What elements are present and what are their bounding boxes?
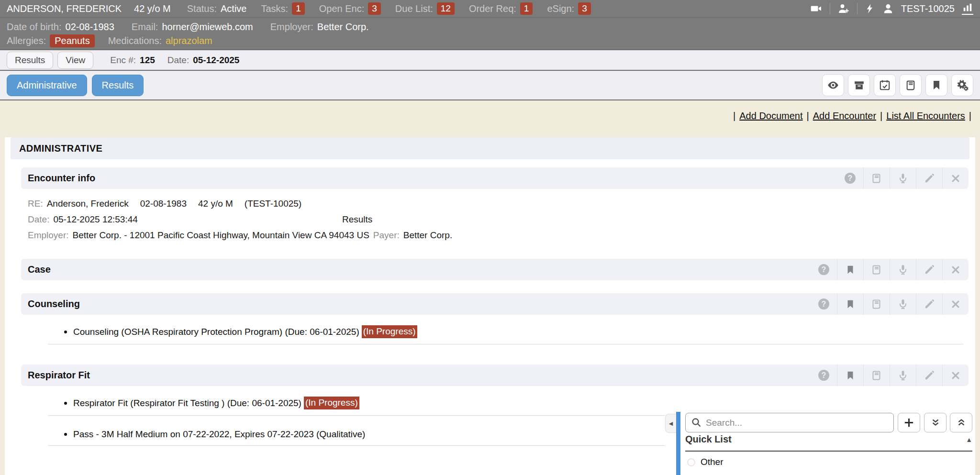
link-separator: | [807, 110, 809, 122]
tasks-counter[interactable]: Tasks: 1 [261, 2, 304, 15]
counseling-section: Counseling ? Counseling (OSHA Respirator… [21, 293, 969, 344]
results-button[interactable]: Results [92, 75, 144, 96]
patient-age-sex: 42 y/o M [134, 3, 171, 14]
encounter-info-body: RE: Anderson, Frederick 02-08-1983 42 y/… [21, 189, 969, 243]
respirator-fit-item-text: Respirator Fit (Respirator Fit Testing )… [73, 398, 301, 409]
close-icon[interactable] [942, 293, 969, 315]
esign-label: eSign: [547, 3, 574, 14]
patient-banner-row3: Allergies: Peanuts Medications: alprazol… [0, 34, 980, 49]
email-label: Email: [132, 22, 158, 33]
help-icon[interactable]: ? [837, 167, 863, 189]
due-list-count-badge[interactable]: 12 [437, 2, 455, 15]
microphone-icon[interactable] [890, 365, 916, 386]
radio-button[interactable] [687, 458, 695, 466]
payer-label: Payer: [373, 230, 400, 241]
order-req-counter[interactable]: Order Req: 1 [469, 2, 533, 15]
counseling-actions: ? [811, 293, 969, 315]
search-icon [690, 417, 702, 428]
bookmark-icon[interactable] [837, 365, 863, 386]
close-icon[interactable] [942, 167, 969, 189]
bookmark-icon[interactable] [837, 259, 863, 280]
tab-results[interactable]: Results [7, 52, 53, 69]
add-icon[interactable] [898, 413, 920, 432]
microphone-icon[interactable] [890, 259, 916, 280]
book-icon[interactable] [863, 293, 890, 315]
pencil-icon[interactable] [916, 365, 942, 386]
help-icon[interactable]: ? [811, 259, 837, 280]
open-enc-counter[interactable]: Open Enc: 3 [319, 2, 381, 15]
pencil-icon[interactable] [916, 293, 942, 315]
case-section: Case ? [21, 259, 969, 280]
calendar-check-icon[interactable] [874, 74, 896, 96]
triangle-up-icon[interactable]: ▲ [966, 436, 972, 443]
bookmark-icon[interactable] [925, 74, 947, 96]
add-document-link[interactable]: Add Document [739, 110, 802, 122]
case-title: Case [28, 264, 51, 275]
pencil-icon[interactable] [916, 167, 942, 189]
panel-divider-bar[interactable] [676, 412, 680, 475]
close-icon[interactable] [942, 259, 969, 280]
bookmark-icon[interactable] [837, 293, 863, 315]
encounter-content-panel: ADMINISTRATIVE Encounter info ? RE: Ande… [5, 137, 975, 475]
book-icon[interactable] [863, 167, 890, 189]
respirator-fit-result-text: Pass - 3M Half Medium on 07-22-2022, Exp… [73, 429, 365, 440]
employer-label: Employer: [28, 230, 69, 241]
counseling-item[interactable]: Counseling (OSHA Respiratory Protection … [64, 325, 969, 338]
person-icon[interactable] [882, 3, 894, 14]
in-progress-badge: (In Progress) [304, 397, 359, 409]
person-add-icon[interactable] [837, 3, 850, 14]
pencil-icon[interactable] [916, 259, 942, 280]
allergy-badge[interactable]: Peanuts [50, 34, 94, 47]
enc-date-value: 05-12-2025 [193, 55, 239, 66]
employer-value: Better Corp. - 12001 Pacific Coast Highw… [73, 230, 369, 241]
due-list-label: Due List: [395, 3, 433, 14]
item-separator [48, 415, 665, 416]
esign-counter[interactable]: eSign: 3 [547, 2, 590, 15]
open-enc-count-badge[interactable]: 3 [368, 2, 381, 15]
book-icon[interactable] [863, 259, 890, 280]
microphone-icon[interactable] [890, 167, 916, 189]
banner-actions: TEST-10025 [810, 2, 973, 15]
expand-all-icon[interactable] [924, 413, 947, 432]
order-req-count-badge[interactable]: 1 [520, 2, 533, 15]
medications-value[interactable]: alprazolam [166, 35, 212, 46]
counseling-item-text: Counseling (OSHA Respiratory Protection … [73, 327, 359, 337]
book-icon[interactable] [900, 74, 922, 96]
respirator-fit-item[interactable]: Respirator Fit (Respirator Fit Testing )… [64, 397, 969, 409]
user-id[interactable]: TEST-10025 [901, 3, 955, 14]
bar-chart-icon[interactable] [962, 2, 973, 15]
search-input[interactable] [685, 413, 894, 432]
quick-list-header[interactable]: Quick List ▲ [685, 434, 972, 445]
microphone-icon[interactable] [890, 293, 916, 315]
tasks-count-badge[interactable]: 1 [292, 2, 305, 15]
add-encounter-link[interactable]: Add Encounter [813, 110, 876, 122]
quick-list-item-label: Other [701, 457, 724, 467]
due-list-counter[interactable]: Due List: 12 [395, 2, 455, 15]
help-icon[interactable]: ? [811, 293, 837, 315]
lightning-icon[interactable] [865, 3, 875, 14]
tasks-label: Tasks: [261, 3, 288, 14]
case-actions: ? [811, 259, 969, 280]
re-dob: 02-08-1983 [140, 199, 187, 209]
tab-view[interactable]: View [57, 52, 93, 69]
medications-label: Medications: [108, 35, 162, 46]
eye-icon[interactable] [822, 74, 844, 96]
video-camera-icon[interactable] [810, 3, 823, 14]
help-icon[interactable]: ? [811, 365, 837, 386]
archive-box-icon[interactable] [848, 74, 870, 96]
enc-number-label: Enc #: [110, 55, 136, 66]
close-icon[interactable] [942, 365, 969, 386]
order-req-label: Order Req: [469, 3, 516, 14]
quick-list-item-other[interactable]: Other [687, 457, 724, 467]
divider [857, 3, 858, 14]
list-all-encounters-link[interactable]: List All Encounters [886, 110, 965, 122]
item-separator [48, 445, 665, 446]
gears-icon[interactable] [951, 74, 973, 96]
enc-number-value: 125 [140, 55, 155, 66]
book-icon[interactable] [863, 365, 890, 386]
collapse-left-icon[interactable]: ◀ [665, 414, 676, 433]
divider [830, 3, 830, 14]
esign-count-badge[interactable]: 3 [578, 2, 591, 15]
collapse-all-icon[interactable] [950, 413, 972, 432]
administrative-button[interactable]: Administrative [7, 75, 87, 96]
